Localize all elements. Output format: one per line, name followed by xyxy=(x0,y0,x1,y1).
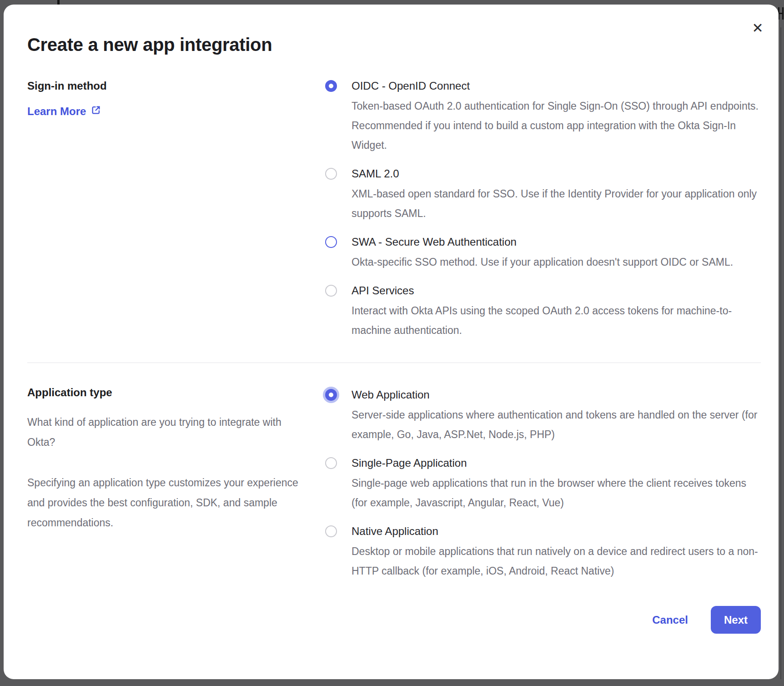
sign-in-option-label[interactable]: SAML 2.0 xyxy=(352,167,761,181)
app-type-option-description: Desktop or mobile applications that run … xyxy=(352,542,761,581)
sign-in-option-saml: SAML 2.0 XML-based open standard for SSO… xyxy=(325,167,761,223)
radio-swa[interactable] xyxy=(325,236,337,248)
learn-more-link[interactable]: Learn More xyxy=(27,105,101,118)
app-type-option-description: Server-side applications where authentic… xyxy=(352,405,761,444)
application-type-intro: What kind of application are you trying … xyxy=(27,412,305,452)
radio-native-application[interactable] xyxy=(325,525,337,537)
sign-in-option-api-services: API Services Interact with Okta APIs usi… xyxy=(325,284,761,340)
backdrop-seam-line xyxy=(780,27,781,679)
sign-in-option-description: Interact with Okta APIs using the scoped… xyxy=(352,301,761,340)
cancel-button[interactable]: Cancel xyxy=(649,613,691,627)
sign-in-option-label[interactable]: API Services xyxy=(352,284,761,298)
app-type-option-label[interactable]: Web Application xyxy=(352,388,761,402)
sign-in-method-heading: Sign-in method xyxy=(27,79,305,93)
app-type-option-label[interactable]: Single-Page Application xyxy=(352,456,761,470)
radio-saml[interactable] xyxy=(325,168,337,180)
sign-in-option-label[interactable]: SWA - Secure Web Authentication xyxy=(352,235,761,249)
app-type-option-native: Native Application Desktop or mobile app… xyxy=(325,525,761,581)
application-type-section: Application type What kind of applicatio… xyxy=(27,386,761,581)
application-type-heading: Application type xyxy=(27,386,305,399)
dialog-title: Create a new app integration xyxy=(27,5,761,55)
radio-single-page-application[interactable] xyxy=(325,457,337,469)
application-type-intro: Specifying an application type customize… xyxy=(27,473,305,533)
backdrop-remnant-mark xyxy=(57,0,60,5)
app-type-option-label[interactable]: Native Application xyxy=(352,525,761,538)
create-app-integration-dialog: ✕ Create a new app integration Sign-in m… xyxy=(4,5,779,679)
sign-in-option-description: Okta-specific SSO method. Use if your ap… xyxy=(352,252,761,272)
sign-in-option-description: XML-based open standard for SSO. Use if … xyxy=(352,184,761,223)
app-type-option-spa: Single-Page Application Single-page web … xyxy=(325,456,761,513)
dialog-footer: Cancel Next xyxy=(27,606,761,634)
sign-in-option-description: Token-based OAuth 2.0 authentication for… xyxy=(352,96,761,155)
sign-in-option-swa: SWA - Secure Web Authentication Okta-spe… xyxy=(325,235,761,272)
sign-in-option-oidc: OIDC - OpenID Connect Token-based OAuth … xyxy=(325,79,761,155)
sign-in-method-section: Sign-in method Learn More OIDC - OpenID … xyxy=(27,79,761,340)
close-icon[interactable]: ✕ xyxy=(748,18,768,38)
next-button[interactable]: Next xyxy=(711,606,761,634)
radio-web-application[interactable] xyxy=(325,389,337,401)
learn-more-label: Learn More xyxy=(27,105,86,118)
app-type-option-web: Web Application Server-side applications… xyxy=(325,388,761,444)
sign-in-option-label[interactable]: OIDC - OpenID Connect xyxy=(352,79,761,93)
app-type-option-description: Single-page web applications that run in… xyxy=(352,474,761,513)
radio-api-services[interactable] xyxy=(325,285,337,297)
section-divider xyxy=(27,363,761,363)
radio-oidc[interactable] xyxy=(325,80,337,92)
external-link-icon xyxy=(91,105,101,118)
